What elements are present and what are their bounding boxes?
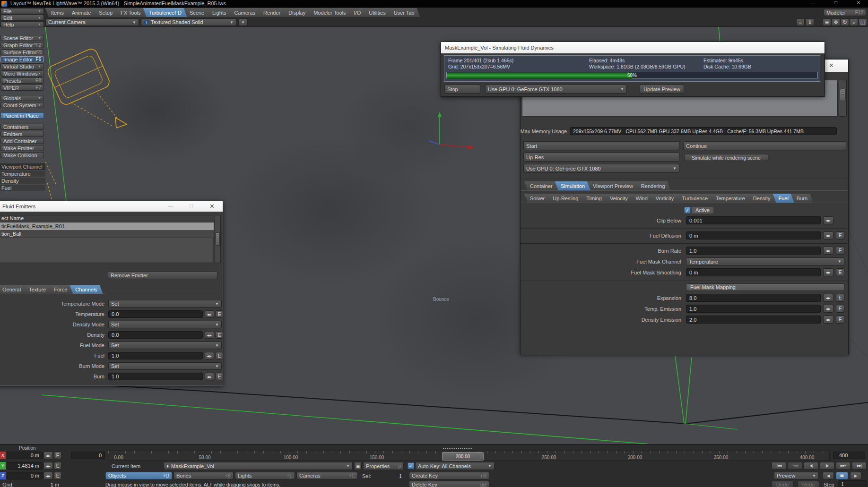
sidebar-item-emitters[interactable]: Emitters — [0, 131, 44, 137]
subtab-timing[interactable]: Timing — [581, 194, 608, 203]
viewport-channel-density[interactable]: Density — [0, 178, 45, 184]
go-to-start-button[interactable]: |◀◀ — [772, 462, 786, 470]
subtab-solver[interactable]: Solver — [524, 194, 550, 203]
scrollbar-thumb[interactable] — [840, 89, 846, 101]
density-emission-envelope-button[interactable]: E — [836, 316, 844, 324]
file-menu[interactable]: File▼ — [0, 8, 44, 14]
camera-selector[interactable]: Current Camera▼ — [45, 18, 139, 26]
fuel-envelope-button[interactable]: E — [216, 352, 223, 359]
viewport-maximize-button[interactable]: ◱ — [859, 18, 867, 26]
temp-emission-stepper[interactable]: ◀▶ — [823, 305, 833, 313]
sidebar-item-more-windows[interactable]: More Windows▼ — [0, 70, 44, 77]
tab-texture[interactable]: Texture — [23, 285, 52, 294]
position-z-envelope-button[interactable]: E — [54, 472, 61, 479]
viewport-channel-temperature[interactable]: Temperature — [0, 171, 45, 177]
density-envelope-button[interactable]: E — [216, 331, 223, 339]
sidebar-item-virtual-studio[interactable]: Virtual Studio▼ — [0, 63, 44, 69]
viewport-options-dropdown[interactable]: ▼ — [238, 18, 248, 26]
fuel-mask-channel-dropdown[interactable]: Temperature▼ — [686, 257, 844, 265]
lights-button[interactable]: Lights+L — [235, 472, 295, 479]
sidebar-item-scene-editor[interactable]: Scene Editor▼ — [0, 35, 44, 41]
autokey-dropdown[interactable]: Auto Key: All Channels▼ — [415, 462, 495, 470]
tab-user-tab[interactable]: User Tab — [388, 8, 420, 17]
pause-button[interactable]: ▮▮ — [836, 472, 848, 479]
simulate-while-rendering-button[interactable]: Simulate while rendering scene — [684, 154, 768, 161]
properties-button[interactable]: Propertiesp — [363, 462, 404, 470]
update-preview-button[interactable]: Update Preview — [640, 85, 684, 94]
position-z-stepper[interactable]: ◀▶ — [43, 472, 53, 479]
tab-simulation[interactable]: Simulation — [555, 181, 590, 190]
density-emission-stepper[interactable]: ◀▶ — [823, 316, 833, 324]
temp-emission-envelope-button[interactable]: E — [836, 305, 844, 313]
fuel-diffusion-field[interactable]: 0 m — [686, 231, 821, 239]
scrollbar-thumb[interactable] — [216, 232, 220, 246]
sidebar-item-parent-in-place[interactable]: Parent in Place — [0, 112, 44, 119]
position-x-stepper[interactable]: ◀▶ — [43, 452, 53, 459]
position-y-stepper[interactable]: ◀▶ — [43, 462, 53, 470]
step-field[interactable]: 1 — [838, 480, 867, 487]
tab-turbulencefd[interactable]: TurbulenceFD — [143, 8, 187, 17]
tab-channels[interactable]: Channels — [69, 285, 103, 294]
temperature-envelope-button[interactable]: E — [216, 310, 223, 318]
density-stepper[interactable]: ◀▶ — [205, 331, 214, 339]
sidebar-item-make-emitter[interactable]: Make Emitter — [0, 145, 44, 151]
active-checkbox[interactable]: ✓ — [684, 207, 691, 214]
item-list-button[interactable]: ▣ — [354, 462, 362, 470]
sidebar-item-containers[interactable]: Containers — [0, 124, 44, 130]
tab-container[interactable]: Container — [524, 181, 558, 190]
stop-button[interactable]: Stop — [444, 85, 480, 94]
fuel-diffusion-stepper[interactable]: ◀▶ — [823, 231, 833, 239]
viewport-center-button[interactable]: ⊕ — [823, 18, 831, 26]
burn-field[interactable]: 1.0 — [108, 373, 203, 380]
position-z-field[interactable]: 0 m — [7, 472, 43, 479]
tab-modeler-tools[interactable]: Modeler Tools — [308, 8, 351, 17]
tab-setup[interactable]: Setup — [93, 8, 118, 17]
fuel-stepper[interactable]: ◀▶ — [205, 352, 214, 359]
sidebar-item-surface-editor[interactable]: Surface EditorF5 — [0, 49, 44, 55]
sidebar-item-graph-editor[interactable]: Graph Editor^F2 — [0, 42, 44, 48]
viewport-save-button[interactable]: ⇓ — [806, 18, 814, 26]
position-x-field[interactable]: 0 m — [7, 452, 43, 459]
undo-button[interactable]: Undo — [772, 481, 793, 487]
objects-button[interactable]: Objects+O — [105, 472, 172, 479]
tab-items[interactable]: Items — [45, 8, 69, 17]
tab-rendering[interactable]: Rendering — [635, 181, 671, 190]
temp-emission-field[interactable]: 1.0 — [686, 305, 821, 313]
play-button[interactable]: ▶ — [850, 472, 861, 479]
autokey-checkbox[interactable]: ✓ — [408, 462, 414, 469]
sidebar-item-image-editor[interactable]: Image EditorF6 — [0, 56, 44, 62]
bones-button[interactable]: Bones+B — [174, 472, 234, 479]
timeline-scrubber-handle[interactable]: 200.00 — [442, 452, 484, 461]
subtab-wind[interactable]: Wind — [630, 194, 653, 203]
upres-button[interactable]: Up-Res — [523, 153, 679, 162]
subtab-burn[interactable]: Burn — [791, 194, 813, 203]
step-forward-button[interactable]: ||▶ — [820, 462, 834, 470]
tab-utilities[interactable]: Utilities — [363, 8, 391, 17]
fluid-emitters-titlebar[interactable]: Fluid Emitters — □ ✕ — [0, 201, 223, 212]
viewport-rotate-button[interactable]: ↻ — [841, 18, 849, 26]
viewport-pan-button[interactable]: ✥ — [832, 18, 840, 26]
tab-animate[interactable]: Animate — [66, 8, 96, 17]
next-key-button[interactable]: ▶▶+ — [836, 462, 851, 470]
continue-button[interactable]: Continue — [683, 141, 846, 150]
redo-button[interactable]: Redo — [798, 481, 819, 487]
fuel-diffusion-envelope-button[interactable]: E — [836, 231, 844, 239]
preview-dropdown[interactable]: Preview▼ — [774, 472, 819, 479]
sidebar-item-presets[interactable]: PresetsF8 — [0, 77, 44, 84]
tab-viewport-preview[interactable]: Viewport Preview — [587, 181, 639, 190]
sidebar-item-add-container[interactable]: Add Container — [0, 138, 44, 144]
burn-rate-field[interactable]: 1.0 — [686, 247, 821, 255]
gpu-selector-dialog[interactable]: Use GPU 0: GeForce GTX 1080▼ — [485, 85, 627, 94]
burn-rate-stepper[interactable]: ◀▶ — [823, 247, 833, 255]
sidebar-item-coord-system[interactable]: Coord System▼ — [0, 102, 44, 108]
clip-below-field[interactable]: 0.001 — [686, 216, 821, 224]
subtab-density[interactable]: Density — [747, 194, 776, 203]
density-field[interactable]: 0.0 — [108, 331, 203, 339]
current-item-dropdown[interactable]: ♦ MaskExample_Vol ▼ — [164, 462, 353, 470]
create-key-button[interactable]: Create Keyret — [409, 472, 489, 479]
viewport-zoom-button[interactable]: ⌕ — [850, 18, 858, 26]
density-mode-dropdown[interactable]: Set▼ — [108, 321, 222, 328]
tab-general[interactable]: General — [0, 285, 26, 294]
viewport-channel-fuel[interactable]: Fuel — [0, 185, 45, 191]
edit-menu[interactable]: Edit▼ — [0, 15, 44, 21]
